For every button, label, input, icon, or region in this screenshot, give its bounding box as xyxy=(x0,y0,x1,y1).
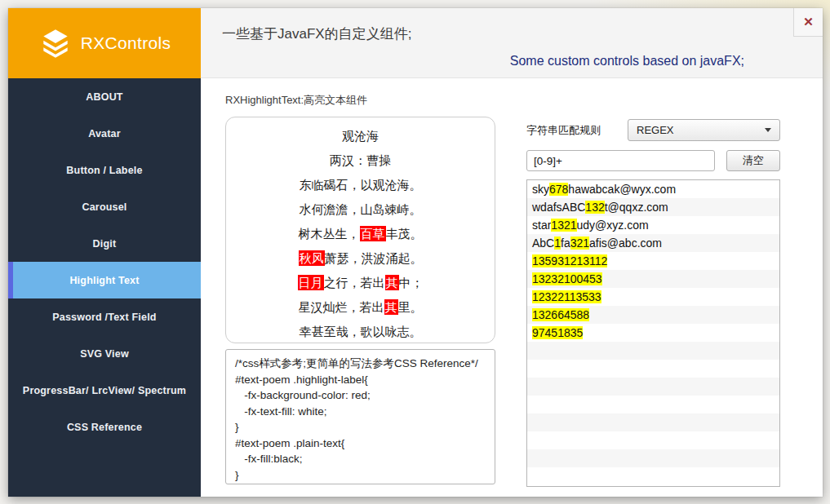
sidebar-item-label: Carousel xyxy=(82,201,126,213)
sidebar-item-label: Avatar xyxy=(88,128,121,139)
list-item[interactable]: 12322113533 xyxy=(527,288,779,306)
page-title: RXHighlightText:高亮文本组件 xyxy=(225,93,367,108)
plain-text: t@qqxz.com xyxy=(605,201,668,214)
app-window: RXControls ABOUTAvatarButton / LabeleCar… xyxy=(8,8,823,497)
rule-select-value: REGEX xyxy=(637,124,674,136)
poem-line: 星汉灿烂，若出其里。 xyxy=(226,295,495,320)
highlight-match: 日月 xyxy=(298,275,324,290)
list-item[interactable] xyxy=(527,449,779,467)
highlight-match: 132 xyxy=(585,201,604,214)
list-item[interactable]: 132664588 xyxy=(527,306,779,324)
highlight-match: 97451835 xyxy=(532,326,583,339)
poem-line: 观沧海 xyxy=(226,124,495,148)
poem-line: 日月之行，若出其中； xyxy=(226,271,495,295)
plain-text: 之行，若出 xyxy=(324,276,385,290)
list-item[interactable]: 135931213112 xyxy=(527,252,779,270)
plain-text: afis@abc.com xyxy=(589,237,662,250)
close-icon: ✕ xyxy=(803,15,814,29)
matcher-panel: 字符串匹配规则 REGEX 清空 sky678hawabcak@wyx.comw… xyxy=(526,78,780,497)
poem-line: 东临碣石，以观沧海。 xyxy=(226,173,495,197)
plain-text: udy@xyz.com xyxy=(577,219,649,232)
highlight-match: 百草 xyxy=(360,226,386,241)
pattern-input[interactable] xyxy=(526,150,715,171)
plain-text: 星汉灿烂，若出 xyxy=(299,300,384,314)
header-subtitle: Some custom controls based on javaFX; xyxy=(510,54,744,69)
plain-text: 里。 xyxy=(398,300,423,314)
list-item[interactable]: 97451835 xyxy=(527,324,779,342)
highlight-match: 秋风 xyxy=(299,250,325,266)
header: 一些基于JavaFX的自定义组件; Some custom controls b… xyxy=(201,8,823,78)
css-editor[interactable]: /*css样式参考;更简单的写法参考CSS Reference*/ #text-… xyxy=(225,349,495,484)
list-item[interactable] xyxy=(527,467,779,485)
sidebar-item-button-labele[interactable]: Button / Labele xyxy=(8,152,201,188)
list-item[interactable] xyxy=(527,431,779,449)
highlight-match: 1 xyxy=(554,237,561,250)
list-item[interactable]: AbC1fa321afis@abc.com xyxy=(527,234,779,252)
list-item[interactable]: wdafsABC132t@qqxz.com xyxy=(527,198,779,216)
sidebar-item-svg-view[interactable]: SVG View xyxy=(8,335,201,372)
highlight-match: 678 xyxy=(549,183,568,196)
plain-text: AbC xyxy=(532,237,554,250)
highlight-match: 132664588 xyxy=(532,308,589,321)
highlight-match: 135931213112 xyxy=(532,254,607,267)
sidebar-item-highlight-text[interactable]: Highlight Text xyxy=(8,262,201,298)
list-item[interactable]: star1321udy@xyz.com xyxy=(527,216,779,234)
sidebar-item-label: Password /Text Field xyxy=(52,312,156,323)
sidebar-item-about[interactable]: ABOUT xyxy=(8,78,201,115)
plain-text: 中； xyxy=(399,276,424,290)
plain-text: 树木丛生， xyxy=(299,227,360,241)
sidebar-item-css-reference[interactable]: CSS Reference xyxy=(8,409,201,445)
poem-line: 幸甚至哉，歌以咏志。 xyxy=(226,320,495,343)
plain-text: 丰茂。 xyxy=(386,227,423,241)
sidebar-item-password-text-field[interactable]: Password /Text Field xyxy=(8,298,201,335)
list-item[interactable] xyxy=(527,378,779,396)
list-item[interactable] xyxy=(527,413,779,431)
poem-panel: 观沧海两汉：曹操东临碣石，以观沧海。水何澹澹，山岛竦峙。树木丛生，百草丰茂。秋风… xyxy=(225,117,495,343)
sidebar-item-progressbar-lrcview-spectrum[interactable]: ProgressBar/ LrcView/ Spectrum xyxy=(8,372,201,409)
sidebar-item-label: ProgressBar/ LrcView/ Spectrum xyxy=(23,385,186,396)
plain-text: 萧瑟，洪波涌起。 xyxy=(325,251,423,265)
layers-icon xyxy=(38,26,73,60)
clear-button[interactable]: 清空 xyxy=(726,150,780,171)
match-list[interactable]: sky678hawabcak@wyx.comwdafsABC132t@qqxz.… xyxy=(526,179,780,487)
sidebar: RXControls ABOUTAvatarButton / LabeleCar… xyxy=(8,8,201,497)
rule-select[interactable]: REGEX xyxy=(628,119,780,141)
highlight-match: 其 xyxy=(384,299,398,315)
highlight-match: 1321 xyxy=(551,219,576,232)
plain-text: fa xyxy=(561,237,570,250)
plain-text: 水何澹澹，山岛竦峙。 xyxy=(300,202,422,216)
list-item[interactable] xyxy=(527,360,779,378)
list-item[interactable] xyxy=(527,342,779,360)
highlight-match: 13232100453 xyxy=(532,272,602,285)
list-item[interactable]: sky678hawabcak@wyx.com xyxy=(527,180,779,198)
list-item[interactable]: 13232100453 xyxy=(527,270,779,288)
brand-name: RXControls xyxy=(81,33,171,53)
plain-text: wdafsABC xyxy=(532,201,585,214)
list-item[interactable] xyxy=(527,396,779,413)
sidebar-item-avatar[interactable]: Avatar xyxy=(8,115,201,152)
close-button[interactable]: ✕ xyxy=(793,8,823,37)
poem-line: 树木丛生，百草丰茂。 xyxy=(226,222,495,246)
header-title: 一些基于JavaFX的自定义组件; xyxy=(222,24,411,43)
rule-label: 字符串匹配规则 xyxy=(526,119,601,141)
plain-text: hawabcak@wyx.com xyxy=(568,183,676,196)
sidebar-item-label: ABOUT xyxy=(86,91,122,103)
sidebar-item-label: CSS Reference xyxy=(67,422,142,433)
sidebar-nav: ABOUTAvatarButton / LabeleCarouselDigitH… xyxy=(8,78,201,445)
sidebar-item-carousel[interactable]: Carousel xyxy=(8,188,201,225)
plain-text: 幸甚至哉，歌以咏志。 xyxy=(300,325,422,338)
plain-text: star xyxy=(532,219,551,232)
plain-text: sky xyxy=(532,183,549,196)
plain-text: 两汉：曹操 xyxy=(330,153,391,167)
highlight-match: 321 xyxy=(570,237,589,250)
sidebar-item-label: Digit xyxy=(93,238,117,250)
highlight-match: 其 xyxy=(385,275,399,290)
chevron-down-icon xyxy=(765,128,771,132)
sidebar-item-label: Button / Labele xyxy=(66,165,142,176)
sidebar-item-label: Highlight Text xyxy=(69,275,139,286)
plain-text: 观沧海 xyxy=(342,129,379,143)
css-code: /*css样式参考;更简单的写法参考CSS Reference*/ #text-… xyxy=(235,356,486,483)
main-content: RXHighlightText:高亮文本组件 观沧海两汉：曹操东临碣石，以观沧海… xyxy=(201,78,823,497)
sidebar-item-label: SVG View xyxy=(80,348,129,360)
sidebar-item-digit[interactable]: Digit xyxy=(8,225,201,262)
